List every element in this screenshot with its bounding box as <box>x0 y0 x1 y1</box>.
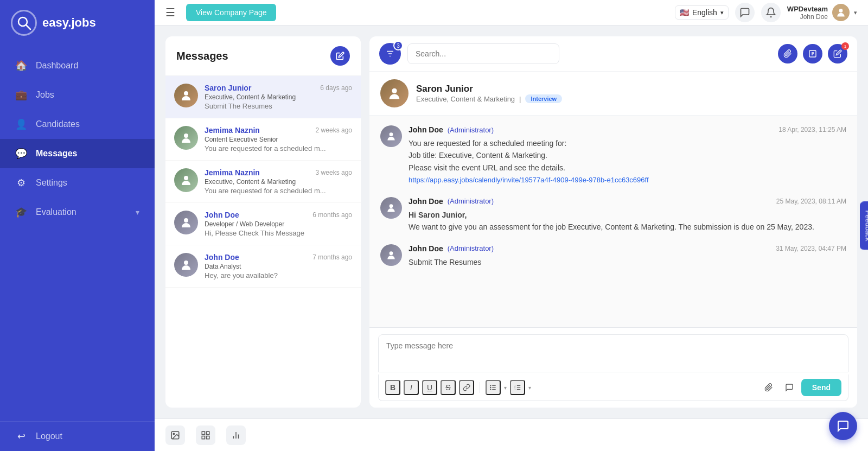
sidebar-item-label: Jobs <box>36 90 54 100</box>
chat-fab-button[interactable] <box>829 412 857 440</box>
notifications-icon-button[interactable] <box>761 3 781 22</box>
svg-point-6 <box>184 218 188 223</box>
svg-point-16 <box>390 132 393 136</box>
view-company-button[interactable]: View Company Page <box>186 4 276 21</box>
bottom-icon-1[interactable] <box>165 425 185 445</box>
send-button[interactable]: Send <box>801 379 841 396</box>
strikethrough-button[interactable]: S <box>441 380 456 395</box>
chat-toolbar: B I U S ▾ 123 ▾ <box>378 374 848 401</box>
msg-role: (Administrator) <box>448 126 494 134</box>
topbar: ☰ View Company Page 🇺🇸 English ▾ WPDevte… <box>155 0 868 26</box>
chevron-down-icon: ▾ <box>854 9 857 16</box>
chevron-down-icon: ▾ <box>136 208 139 217</box>
chat-contact: Saron Junior Executive, Content & Market… <box>369 72 857 116</box>
chevron-down-icon: ▾ <box>504 385 507 391</box>
logout-label: Logout <box>36 431 62 441</box>
avatar <box>174 126 198 150</box>
message-preview: Hi, Please Check This Message <box>205 229 352 237</box>
bottom-icon-3[interactable] <box>226 425 246 445</box>
italic-button[interactable]: I <box>404 380 419 395</box>
bottom-bar <box>155 418 868 451</box>
svg-rect-34 <box>207 431 209 434</box>
sidebar-item-messages[interactable]: 💬 Messages <box>0 139 155 168</box>
bold-button[interactable]: B <box>385 380 400 395</box>
list-item[interactable]: John Doe 6 months ago Developer / Web De… <box>165 203 361 245</box>
sidebar-item-candidates[interactable]: 👤 Candidates <box>0 110 155 139</box>
chat-panel: 3 1 <box>369 36 857 408</box>
ordered-list-button[interactable]: 123 <box>510 380 525 395</box>
language-label: English <box>692 8 717 17</box>
chat-message: John Doe (Administrator) 25 May, 2023, 0… <box>380 197 846 233</box>
list-item[interactable]: Jemima Naznin 3 weeks ago Executive, Con… <box>165 161 361 203</box>
attachment-button[interactable] <box>778 44 797 63</box>
template-button[interactable] <box>803 44 822 63</box>
chat-header: 3 1 <box>369 36 857 72</box>
compose-button[interactable] <box>330 46 350 66</box>
message-role: Developer / Web Developer <box>205 220 352 228</box>
msg-sender: John Doe <box>409 125 443 134</box>
avatar <box>174 168 198 192</box>
msg-time: 31 May, 2023, 04:47 PM <box>776 245 846 252</box>
svg-point-7 <box>184 261 188 265</box>
chevron-down-icon: ▾ <box>720 9 724 16</box>
filter-button[interactable]: 3 <box>379 43 401 65</box>
svg-point-3 <box>184 91 188 96</box>
messages-list: Saron Junior 6 days ago Executive, Conte… <box>165 76 361 408</box>
message-sender: Jemima Naznin <box>205 126 260 135</box>
contact-role: Executive, Content & Marketing | Intervi… <box>416 94 562 103</box>
sidebar-item-label: Evaluation <box>36 207 76 217</box>
link-button[interactable] <box>459 380 474 395</box>
chat-search-input[interactable] <box>407 43 559 64</box>
sidebar-item-evaluation[interactable]: 🎓 Evaluation ▾ <box>0 198 155 227</box>
bottom-icon-2[interactable] <box>196 425 215 445</box>
avatar <box>174 253 198 277</box>
list-item[interactable]: Jemima Naznin 2 weeks ago Content Execut… <box>165 118 361 161</box>
msg-role: (Administrator) <box>448 244 494 252</box>
contact-tag: Interview <box>525 94 562 103</box>
compose-chat-button[interactable]: 1 <box>828 44 847 63</box>
sidebar-item-label: Dashboard <box>36 61 78 71</box>
sidebar-item-label: Settings <box>36 178 67 188</box>
chat-input-area: B I U S ▾ 123 ▾ <box>369 327 857 408</box>
user-avatar <box>832 4 850 21</box>
sidebar-item-jobs[interactable]: 💼 Jobs <box>0 80 155 110</box>
msg-text: Hi Saron Junior, We want to give you an … <box>409 209 846 233</box>
content-area: Messages Saron Junior 6 days ago <box>155 26 868 418</box>
svg-rect-35 <box>207 436 209 439</box>
quick-reply-button[interactable] <box>781 379 798 396</box>
svg-point-2 <box>839 9 843 12</box>
message-input[interactable] <box>378 334 848 372</box>
message-avatar <box>380 125 402 147</box>
message-time: 3 weeks ago <box>316 169 352 176</box>
list-item[interactable]: John Doe 7 months ago Data Analyst Hey, … <box>165 245 361 288</box>
topbar-username: John Doe <box>787 13 828 21</box>
sidebar-item-settings[interactable]: ⚙ Settings <box>0 168 155 198</box>
chat-message: John Doe (Administrator) 31 May, 2023, 0… <box>380 244 846 268</box>
compose-badge: 1 <box>841 42 849 50</box>
list-item[interactable]: Saron Junior 6 days ago Executive, Conte… <box>165 76 361 118</box>
user-profile[interactable]: WPDevteam John Doe ▾ <box>787 4 857 21</box>
msg-time: 18 Apr, 2023, 11:25 AM <box>778 126 846 134</box>
svg-point-24 <box>490 389 491 390</box>
msg-link: https://app.easy.jobs/calendly/invite/19… <box>409 176 649 184</box>
language-selector[interactable]: 🇺🇸 English ▾ <box>675 5 729 20</box>
sidebar-nav: 🏠 Dashboard 💼 Jobs 👤 Candidates 💬 Messag… <box>0 46 155 421</box>
sidebar: easy.jobs 🏠 Dashboard 💼 Jobs 👤 Candidate… <box>0 0 155 451</box>
underline-button[interactable]: U <box>422 380 437 395</box>
feedback-tab[interactable]: Feedback <box>860 201 869 250</box>
sidebar-item-dashboard[interactable]: 🏠 Dashboard <box>0 51 155 80</box>
main-content: ☰ View Company Page 🇺🇸 English ▾ WPDevte… <box>155 0 868 451</box>
message-time: 7 months ago <box>312 253 352 261</box>
company-name: WPDevteam <box>787 5 828 13</box>
menu-icon[interactable]: ☰ <box>165 6 175 19</box>
sidebar-logo: easy.jobs <box>0 0 155 46</box>
message-preview: Hey, are you available? <box>205 271 352 280</box>
bullet-list-button[interactable] <box>486 380 501 395</box>
logout-icon: ↩ <box>15 430 27 442</box>
jobs-icon: 💼 <box>15 89 27 101</box>
message-sender: Jemima Naznin <box>205 168 260 177</box>
logout-button[interactable]: ↩ Logout <box>0 421 155 451</box>
attach-file-button[interactable] <box>760 379 777 396</box>
home-icon: 🏠 <box>15 60 27 72</box>
chat-icon-button[interactable] <box>735 3 755 22</box>
